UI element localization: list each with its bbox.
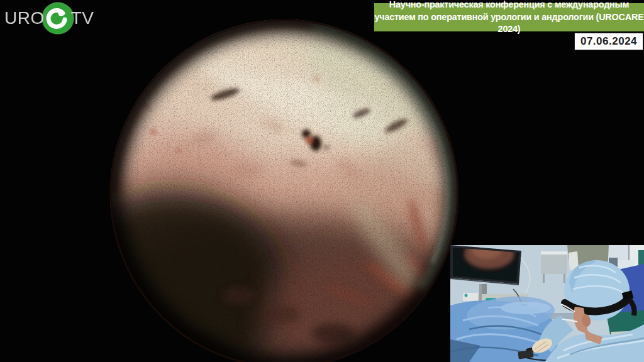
urotv-logo: URO TV (4, 1, 94, 36)
logo-text-tv: TV (71, 8, 94, 28)
urotv-logo-icon (40, 1, 75, 36)
video-frame[interactable]: URO TV Научно-практическая конференция с… (0, 0, 644, 362)
operating-room-image (450, 245, 644, 362)
date-badge: 07.06.2024 (574, 33, 643, 50)
operating-room-pip (450, 245, 644, 362)
conference-banner: Научно-практическая конференция с междун… (374, 3, 644, 31)
logo-text-uro: URO (4, 8, 45, 28)
banner-line-2: участием по оперативной урологии и андро… (374, 11, 644, 36)
endoscope-image (109, 19, 459, 362)
banner-line-1: Научно-практическая конференция с междун… (374, 0, 644, 11)
endoscope-view (109, 19, 459, 362)
